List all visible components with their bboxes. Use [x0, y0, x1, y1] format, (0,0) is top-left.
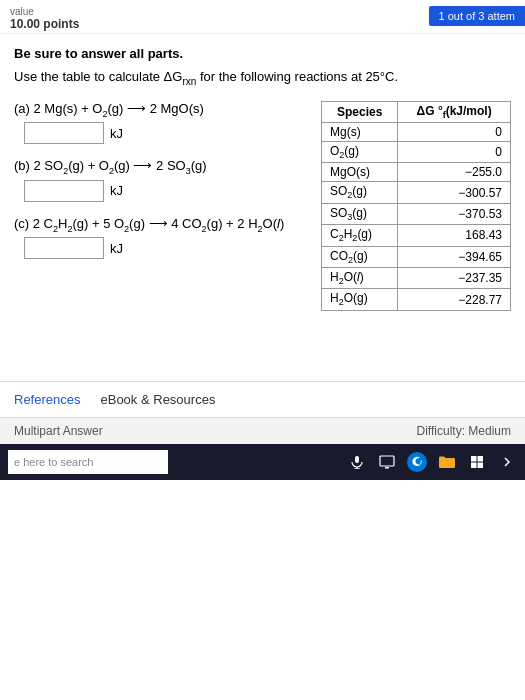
- problem-b-unit: kJ: [110, 183, 123, 198]
- problem-c-label: (c) 2 C2H2(g) + 5 O2(g) ⟶ 4 CO2(g) + 2 H…: [14, 216, 311, 234]
- taskbar: e here to search: [0, 444, 525, 480]
- problem-c-input[interactable]: [24, 237, 104, 259]
- tablet-icon[interactable]: [377, 452, 397, 472]
- value-cell: 0: [398, 141, 511, 162]
- table-row: MgO(s) −255.0: [322, 163, 511, 182]
- svg-rect-5: [471, 456, 477, 462]
- ebook-link[interactable]: eBook & Resources: [100, 392, 215, 407]
- species-cell: MgO(s): [322, 163, 398, 182]
- attempt-badge: 1 out of 3 attem: [429, 6, 525, 26]
- problem-a-input[interactable]: [24, 122, 104, 144]
- table-row: Mg(s) 0: [322, 122, 511, 141]
- arrow-icon[interactable]: [497, 452, 517, 472]
- problems-column: (a) 2 Mg(s) + O2(g) ⟶ 2 MgO(s) kJ (b) 2 …: [14, 101, 311, 274]
- table-row: SO3(g) −370.53: [322, 203, 511, 224]
- reference-table: Species ΔG °f(kJ/mol) Mg(s) 0 O2(g) 0 Mg…: [321, 101, 511, 311]
- problem-a-unit: kJ: [110, 126, 123, 141]
- svg-rect-0: [355, 456, 359, 463]
- value-cell: −255.0: [398, 163, 511, 182]
- references-link[interactable]: References: [14, 392, 80, 407]
- species-cell: C2H2(g): [322, 225, 398, 246]
- svg-rect-8: [478, 462, 484, 468]
- ref-table-col2-header: ΔG °f(kJ/mol): [398, 101, 511, 122]
- bottom-references-bar: References eBook & Resources: [0, 381, 525, 417]
- multipart-label: Multipart Answer: [14, 424, 103, 438]
- taskbar-search-bar: e here to search: [8, 450, 168, 474]
- value-cell: −228.77: [398, 289, 511, 310]
- svg-rect-3: [380, 456, 394, 466]
- table-row: CO2(g) −394.65: [322, 246, 511, 267]
- species-cell: H2O(l): [322, 267, 398, 288]
- taskbar-icons: [347, 452, 517, 472]
- problem-c: (c) 2 C2H2(g) + 5 O2(g) ⟶ 4 CO2(g) + 2 H…: [14, 216, 311, 260]
- problem-a-answer-row: kJ: [24, 122, 311, 144]
- svg-rect-4: [385, 467, 389, 469]
- value-cell: −237.35: [398, 267, 511, 288]
- species-cell: SO2(g): [322, 182, 398, 203]
- ref-table-col1-header: Species: [322, 101, 398, 122]
- value-cell: 168.43: [398, 225, 511, 246]
- problem-b-answer-row: kJ: [24, 180, 311, 202]
- footer-bar: Multipart Answer Difficulty: Medium: [0, 417, 525, 444]
- search-prefix-text: e here to search: [14, 456, 94, 468]
- species-cell: CO2(g): [322, 246, 398, 267]
- species-cell: O2(g): [322, 141, 398, 162]
- problem-a: (a) 2 Mg(s) + O2(g) ⟶ 2 MgO(s) kJ: [14, 101, 311, 145]
- table-row: H2O(g) −228.77: [322, 289, 511, 310]
- species-cell: SO3(g): [322, 203, 398, 224]
- rxn-subscript: rxn: [182, 76, 196, 87]
- problem-table-wrapper: (a) 2 Mg(s) + O2(g) ⟶ 2 MgO(s) kJ (b) 2 …: [14, 101, 511, 311]
- folder-icon[interactable]: [437, 452, 457, 472]
- value-cell: −300.57: [398, 182, 511, 203]
- value-cell: 0: [398, 122, 511, 141]
- svg-rect-6: [478, 456, 484, 462]
- mic-icon[interactable]: [347, 452, 367, 472]
- reference-table-wrapper: Species ΔG °f(kJ/mol) Mg(s) 0 O2(g) 0 Mg…: [321, 101, 511, 311]
- problem-a-label: (a) 2 Mg(s) + O2(g) ⟶ 2 MgO(s): [14, 101, 311, 119]
- instruction-bold: Be sure to answer all parts.: [14, 46, 511, 61]
- svg-rect-7: [471, 462, 477, 468]
- problem-c-answer-row: kJ: [24, 237, 311, 259]
- species-cell: Mg(s): [322, 122, 398, 141]
- value-cell: −394.65: [398, 246, 511, 267]
- problem-b: (b) 2 SO2(g) + O2(g) ⟶ 2 SO3(g) kJ: [14, 158, 311, 202]
- table-row: SO2(g) −300.57: [322, 182, 511, 203]
- table-row: O2(g) 0: [322, 141, 511, 162]
- table-row: H2O(l) −237.35: [322, 267, 511, 288]
- use-table-instruction: Use the table to calculate ΔGrxn for the…: [14, 69, 511, 87]
- problem-c-unit: kJ: [110, 241, 123, 256]
- problem-b-input[interactable]: [24, 180, 104, 202]
- edge-icon[interactable]: [407, 452, 427, 472]
- table-row: C2H2(g) 168.43: [322, 225, 511, 246]
- species-cell: H2O(g): [322, 289, 398, 310]
- difficulty-label: Difficulty: Medium: [417, 424, 511, 438]
- windows-icon[interactable]: [467, 452, 487, 472]
- value-cell: −370.53: [398, 203, 511, 224]
- problem-b-label: (b) 2 SO2(g) + O2(g) ⟶ 2 SO3(g): [14, 158, 311, 176]
